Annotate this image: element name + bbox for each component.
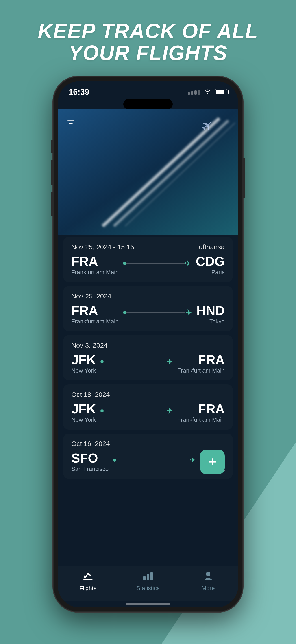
departure-info: FRA Frankfurt am Main <box>71 304 119 325</box>
flight-card[interactable]: Nov 3, 2024 JFK New York ✈ FRA Frankfurt <box>63 335 233 380</box>
more-label: More <box>201 585 215 592</box>
nav-item-flights[interactable]: Flights <box>70 571 106 592</box>
svg-rect-11 <box>147 574 149 580</box>
home-indicator <box>126 603 170 605</box>
svg-rect-10 <box>143 576 146 580</box>
flight-date: Oct 16, 2024 <box>71 440 110 448</box>
status-time: 16:39 <box>69 87 89 97</box>
arrival-info: HND Tokyo <box>196 304 225 325</box>
plane-icon: ✈ <box>185 308 192 317</box>
status-icons <box>188 88 227 96</box>
statistics-label: Statistics <box>136 585 160 592</box>
flight-card[interactable]: Oct 18, 2024 JFK New York ✈ FRA Frankfur… <box>63 384 233 430</box>
departure-info: JFK New York <box>71 402 96 423</box>
signal-icon <box>188 90 200 94</box>
flight-date: Nov 25, 2024 <box>71 292 111 300</box>
route-line: ✈ <box>123 308 192 317</box>
flight-date: Oct 18, 2024 <box>71 391 110 398</box>
statistics-icon <box>143 571 153 583</box>
arrival-info: FRA Frankfurt am Main <box>177 353 225 374</box>
battery-icon <box>215 89 227 95</box>
plane-icon: ✈ <box>166 357 173 366</box>
departure-info: FRA Frankfurt am Main <box>71 255 119 276</box>
route-line: ✈ <box>101 406 173 416</box>
wifi-icon <box>203 88 212 96</box>
svg-point-0 <box>207 93 208 94</box>
plane-icon: ✈ <box>184 259 191 268</box>
filter-icon[interactable] <box>66 116 75 127</box>
dynamic-island <box>123 99 173 109</box>
flight-date: Nov 25, 2024 - 15:15 <box>71 243 134 251</box>
flights-label: Flights <box>79 585 97 592</box>
flight-card[interactable]: Nov 25, 2024 - 15:15 Lufthansa FRA Frank… <box>63 237 233 282</box>
flight-list: Nov 25, 2024 - 15:15 Lufthansa FRA Frank… <box>58 235 238 566</box>
flights-icon <box>82 571 94 583</box>
route-line: ✈ <box>123 259 191 268</box>
add-flight-button[interactable]: + <box>200 450 225 474</box>
svg-point-13 <box>206 572 210 576</box>
more-icon <box>202 571 214 583</box>
hero-image: ✈ <box>58 109 238 235</box>
flight-card[interactable]: Nov 25, 2024 FRA Frankfurt am Main ✈ HND <box>63 286 233 331</box>
status-bar: 16:39 <box>58 81 238 97</box>
plane-icon: ✈ <box>166 406 173 416</box>
hero-title-line2: YOUR FLIGHTS <box>69 41 228 64</box>
plane-icon: ✈ <box>189 456 196 465</box>
route-line: ✈ <box>113 456 196 465</box>
departure-info: SFO San Francisco <box>71 452 109 472</box>
flight-card[interactable]: Oct 16, 2024 SFO San Francisco ✈ ATL Atl… <box>63 434 233 479</box>
phone-frame: 16:39 <box>54 77 242 612</box>
departure-info: JFK New York <box>71 353 96 374</box>
svg-rect-9 <box>83 579 93 580</box>
svg-rect-12 <box>150 572 153 580</box>
flight-date: Nov 3, 2024 <box>71 342 108 349</box>
arrival-info: CDG Paris <box>196 255 225 276</box>
hero-title-line1: KEEP TRACK OF ALL <box>38 20 258 42</box>
route-line: ✈ <box>101 357 173 366</box>
hero-title: KEEP TRACK OF ALL YOUR FLIGHTS <box>38 20 258 64</box>
nav-item-statistics[interactable]: Statistics <box>130 571 166 592</box>
flight-airline: Lufthansa <box>195 243 225 251</box>
arrival-info: FRA Frankfurt am Main <box>177 402 225 423</box>
bottom-nav: Flights Statistics <box>58 566 238 601</box>
nav-item-more[interactable]: More <box>190 571 226 592</box>
